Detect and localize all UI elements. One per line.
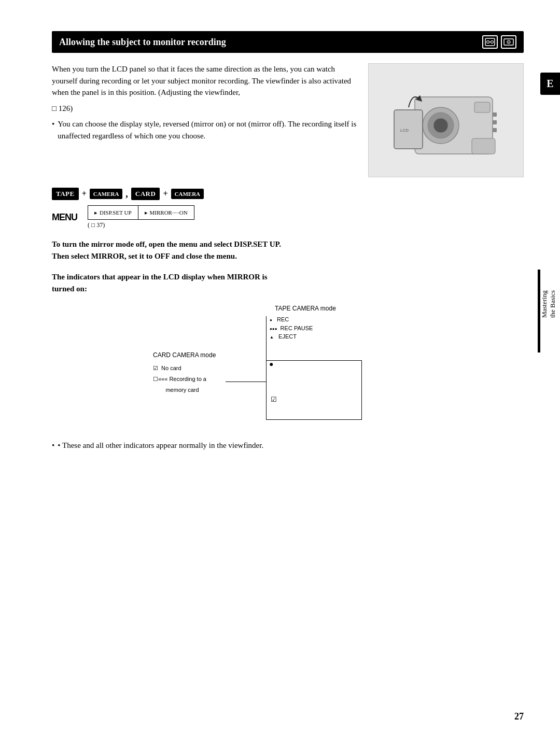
svg-point-6	[508, 41, 509, 43]
lcd-box: ● ☑	[266, 360, 362, 420]
card-icon	[501, 35, 516, 49]
inner-card-check: ☑	[271, 396, 277, 404]
bold-instruction: To turn the mirror mode off, open the me…	[52, 238, 524, 262]
intro-text: When you turn the LCD panel so that it f…	[52, 63, 358, 177]
card-line	[226, 382, 266, 382]
header-icons	[482, 35, 516, 49]
inner-tape-dot: ●	[267, 361, 361, 368]
menu-text-2: MIRROR·····ON	[150, 209, 188, 216]
diagram-container: TAPE CAMERA mode ● REC ●●● REC PAUSE ▲ E…	[148, 305, 428, 424]
card-recording: ☐««« Recording to a memory card	[153, 374, 206, 396]
menu-arrow-2: ▸	[145, 209, 148, 216]
section-title: Allowing the subject to monitor recordin…	[59, 37, 482, 48]
bullet-text-mirror: You can choose the display style, revers…	[58, 118, 358, 142]
menu-text-1: DISP.SET UP	[100, 209, 132, 216]
svg-text:LCD: LCD	[400, 128, 409, 133]
card-camera-label: CARD CAMERA mode	[153, 351, 216, 359]
footer-bullet-dot: •	[52, 440, 54, 451]
menu-cell-1: ▸ DISP.SET UP	[88, 205, 138, 220]
tape-indicators: ● REC ●●● REC PAUSE ▲ EJECT	[270, 315, 313, 341]
menu-label: MENU	[52, 212, 77, 223]
tape-button: TAPE	[52, 188, 79, 200]
svg-point-10	[433, 118, 448, 133]
page-number: 27	[514, 711, 524, 722]
camera1-button: CAMERA	[90, 189, 123, 199]
menu-arrow-1: ▸	[94, 209, 97, 216]
svg-rect-15	[493, 120, 497, 124]
plus1: +	[82, 189, 87, 199]
svg-rect-16	[493, 128, 497, 132]
bold-line2: Then select MIRROR, set it to OFF and cl…	[52, 252, 237, 260]
intro-paragraph1: When you turn the LCD panel so that it f…	[52, 63, 358, 98]
diagram-area: TAPE CAMERA mode ● REC ●●● REC PAUSE ▲ E…	[52, 305, 524, 424]
indicators-line2: turned on:	[52, 285, 87, 293]
tape-rec-pause: ●●● REC PAUSE	[270, 324, 313, 333]
page-ref: □ 126)	[52, 103, 358, 115]
card-button: CARD	[131, 188, 160, 200]
tape-camera-label: TAPE CAMERA mode	[275, 305, 336, 312]
camera2-button: CAMERA	[171, 189, 204, 199]
bold-line1: To turn the mirror mode off, open the me…	[52, 240, 281, 248]
indicators-line1: The indicators that appear in the LCD di…	[52, 273, 268, 281]
svg-point-2	[491, 41, 494, 44]
menu-row: MENU ▸ DISP.SET UP ▸ MIRROR·····ON ( □ 3…	[52, 205, 524, 229]
svg-rect-17	[472, 138, 495, 154]
menu-cell-2: ▸ MIRROR·····ON	[138, 205, 194, 220]
camera-illustration: LCD	[368, 63, 524, 177]
card-indicators: ☑ No card ☐««« Recording to a memory car…	[153, 363, 206, 396]
menu-content: ▸ DISP.SET UP ▸ MIRROR·····ON ( □ 37)	[88, 205, 194, 229]
tape-icon	[482, 35, 498, 49]
card-no-card: ☑ No card	[153, 363, 206, 374]
plus2: +	[163, 189, 167, 199]
tape-line	[266, 316, 267, 360]
comma-separator: ,	[125, 189, 128, 200]
button-row: TAPE + CAMERA , CARD + CAMERA	[52, 188, 524, 200]
bullet-dot: •	[52, 118, 54, 142]
content-row: When you turn the LCD panel so that it f…	[52, 63, 524, 177]
menu-box: ▸ DISP.SET UP ▸ MIRROR·····ON	[88, 205, 194, 220]
tape-rec: ● REC	[270, 315, 313, 324]
indicators-title: The indicators that appear in the LCD di…	[52, 271, 524, 294]
svg-rect-11	[474, 102, 490, 112]
section-header: Allowing the subject to monitor recordin…	[52, 31, 524, 53]
footer-bullet-text: • These and all other indicators appear …	[58, 440, 263, 451]
bullet-item-mirror: • You can choose the display style, reve…	[52, 118, 358, 142]
menu-ref: ( □ 37)	[88, 221, 194, 229]
footer-bullet: • • These and all other indicators appea…	[52, 440, 524, 451]
camera-image-col: LCD	[368, 63, 524, 177]
svg-point-1	[487, 41, 489, 44]
svg-rect-14	[493, 112, 497, 117]
tape-eject: ▲ EJECT	[270, 332, 313, 341]
